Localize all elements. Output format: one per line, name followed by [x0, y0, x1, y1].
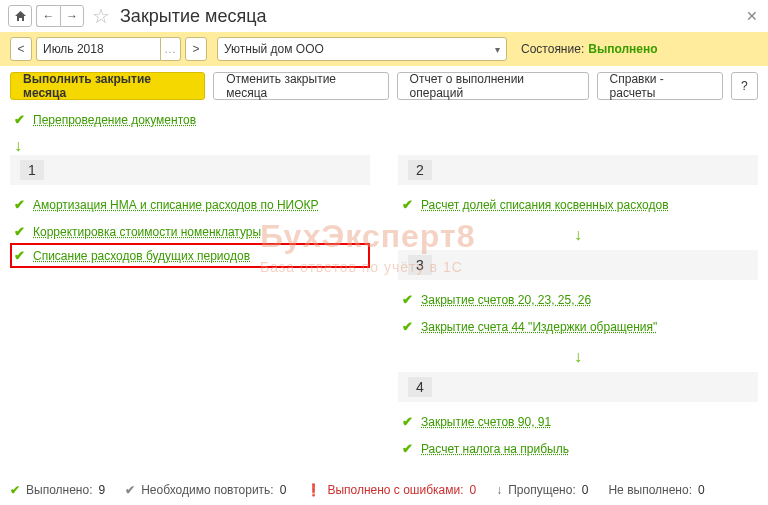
execute-close-button[interactable]: Выполнить закрытие месяца — [10, 72, 205, 100]
arrow-down-icon: ↓ — [574, 226, 582, 244]
close-icon: ✕ — [746, 8, 758, 24]
check-icon: ✔ — [14, 197, 25, 212]
title-bar: ← → ☆ Закрытие месяца ✕ — [0, 0, 768, 32]
check-icon: ✔ — [402, 441, 413, 456]
chevron-right-icon: > — [192, 42, 199, 56]
repeat-count: 0 — [280, 483, 287, 497]
check-icon: ✔ — [14, 112, 25, 127]
state-label: Состояние: — [521, 42, 584, 56]
window-title: Закрытие месяца — [120, 6, 266, 27]
home-icon — [14, 10, 27, 22]
arrow-down-icon: ↓ — [574, 348, 582, 366]
action-bar: Выполнить закрытие месяца Отменить закры… — [0, 66, 768, 106]
section-number: 1 — [20, 160, 44, 180]
arrow-left-icon: ← — [43, 9, 55, 23]
operation-link[interactable]: Расчет налога на прибыль — [421, 442, 569, 456]
errors-count: 0 — [470, 483, 477, 497]
check-icon: ✔ — [402, 292, 413, 307]
repeat-label: Необходимо повторить: — [141, 483, 274, 497]
period-next-button[interactable]: > — [185, 37, 207, 61]
arrow-down-icon: ↓ — [496, 483, 502, 497]
section-4-head: 4 — [398, 372, 758, 402]
section-1-head: 1 — [10, 155, 370, 185]
not-done-label: Не выполнено: — [608, 483, 692, 497]
column-left: 1 ✔ Амортизация НМА и списание расходов … — [10, 155, 370, 468]
organization-value: Уютный дом ООО — [224, 42, 324, 56]
operation-link[interactable]: Закрытие счетов 20, 23, 25, 26 — [421, 293, 591, 307]
period-value: Июль 2018 — [43, 42, 104, 56]
section-number: 4 — [408, 377, 432, 397]
operation-link[interactable]: Списание расходов будущих периодов — [33, 249, 250, 263]
errors-label: Выполнено с ошибками: — [327, 483, 463, 497]
arrow-right-icon: → — [66, 9, 78, 23]
check-icon: ✔ — [125, 483, 135, 497]
state-value: Выполнено — [588, 42, 657, 56]
section-number: 2 — [408, 160, 432, 180]
arrow-down-icon: ↓ — [14, 137, 22, 154]
organization-select[interactable]: Уютный дом ООО ▾ — [217, 37, 507, 61]
operation-link[interactable]: Закрытие счета 44 "Издержки обращения" — [421, 320, 657, 334]
check-icon: ✔ — [14, 248, 25, 263]
status-footer: ✔ Выполнено: 9 ✔ Необходимо повторить: 0… — [10, 483, 758, 497]
operation-link[interactable]: Закрытие счетов 90, 91 — [421, 415, 551, 429]
check-icon: ✔ — [402, 414, 413, 429]
section-number: 3 — [408, 255, 432, 275]
section-2-head: 2 — [398, 155, 758, 185]
operation-link[interactable]: Расчет долей списания косвенных расходов — [421, 198, 669, 212]
highlighted-operation: ✔ Списание расходов будущих периодов — [10, 243, 370, 268]
section-3-head: 3 — [398, 250, 758, 280]
ellipsis-icon: ... — [165, 44, 176, 55]
chevron-left-icon: < — [17, 42, 24, 56]
operation-link[interactable]: Корректировка стоимости номенклатуры — [33, 225, 261, 239]
period-more-button[interactable]: ... — [161, 37, 181, 61]
top-operation-link[interactable]: Перепроведение документов — [33, 113, 196, 127]
star-icon: ☆ — [92, 4, 110, 28]
done-label: Выполнено: — [26, 483, 92, 497]
refs-button[interactable]: Справки - расчеты — [597, 72, 723, 100]
period-bar: < Июль 2018 ... > Уютный дом ООО ▾ Состо… — [0, 32, 768, 66]
operation-link[interactable]: Амортизация НМА и списание расходов по Н… — [33, 198, 319, 212]
check-icon: ✔ — [10, 483, 20, 497]
operations-report-button[interactable]: Отчет о выполнении операций — [397, 72, 589, 100]
home-button[interactable] — [8, 5, 32, 27]
help-button[interactable]: ? — [731, 72, 758, 100]
close-button[interactable]: ✕ — [746, 8, 758, 24]
skipped-label: Пропущено: — [508, 483, 576, 497]
check-icon: ✔ — [402, 197, 413, 212]
error-icon: ❗ — [306, 483, 321, 497]
forward-button[interactable]: → — [60, 5, 84, 27]
chevron-down-icon: ▾ — [495, 44, 500, 55]
period-prev-button[interactable]: < — [10, 37, 32, 61]
skipped-count: 0 — [582, 483, 589, 497]
column-right: 2 ✔ Расчет долей списания косвенных расх… — [398, 155, 758, 468]
not-done-count: 0 — [698, 483, 705, 497]
done-count: 9 — [98, 483, 105, 497]
back-button[interactable]: ← — [36, 5, 60, 27]
check-icon: ✔ — [14, 224, 25, 239]
period-field[interactable]: Июль 2018 — [36, 37, 161, 61]
favorite-button[interactable]: ☆ — [92, 4, 110, 28]
check-icon: ✔ — [402, 319, 413, 334]
cancel-close-button[interactable]: Отменить закрытие месяца — [213, 72, 388, 100]
